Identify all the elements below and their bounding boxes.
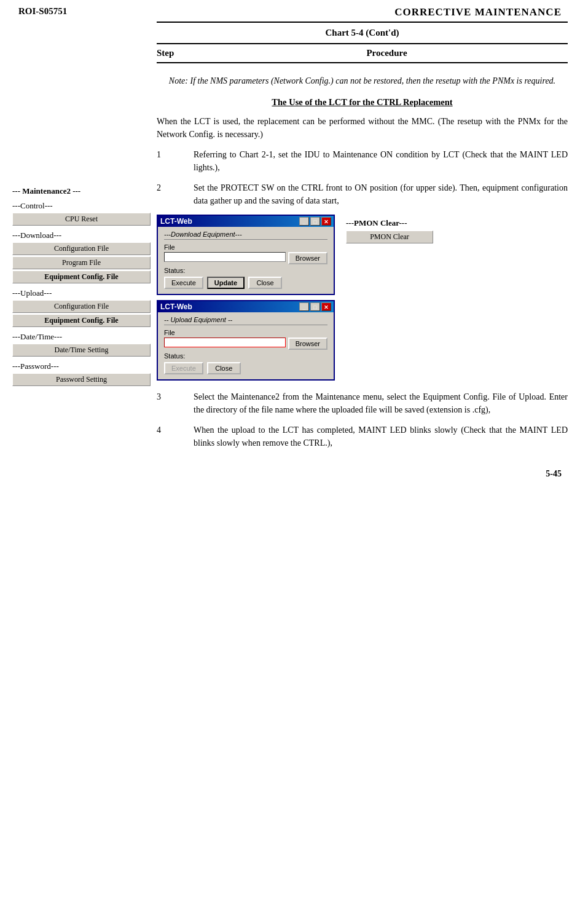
page-number: 5-45 xyxy=(546,469,562,479)
dialog2-close-button[interactable]: Close xyxy=(207,362,241,374)
dialog1-body: ---Download Equipment--- File Browser St… xyxy=(158,227,334,294)
step-number: 3 xyxy=(157,390,194,416)
table-header: Step Procedure xyxy=(157,44,568,63)
step-number: 2 xyxy=(157,181,194,207)
win-controls2: _ □ ✕ xyxy=(299,302,331,311)
dialog1-execute-button[interactable]: Execute xyxy=(164,277,203,289)
password-button[interactable]: Password Setting xyxy=(12,373,151,386)
dialog1-browser-button[interactable]: Browser xyxy=(288,252,327,264)
dialog2-section: -- Upload Equipment -- xyxy=(164,316,327,325)
date-time-label: ---Date/Time--- xyxy=(12,332,151,342)
maximize-button[interactable]: □ xyxy=(310,217,320,226)
program-file-button[interactable]: Program File xyxy=(12,256,151,269)
doc-number: ROI-S05751 xyxy=(18,6,67,18)
note-block: Note: If the NMS parameters (Network Con… xyxy=(163,74,562,87)
table-row: 3 Select the Maintenance2 from the Maint… xyxy=(157,390,568,416)
dialog1-file-input[interactable] xyxy=(164,252,286,262)
dialog1-section: ---Download Equipment--- xyxy=(164,231,327,240)
close-button2[interactable]: ✕ xyxy=(321,302,331,311)
dialog1-file-label: File xyxy=(164,243,327,251)
maximize-button2[interactable]: □ xyxy=(310,302,320,311)
right-content: Note: If the NMS parameters (Network Con… xyxy=(157,63,580,457)
dialog1-titlebar: LCT-Web _ □ ✕ xyxy=(158,216,334,227)
dialog1-title: LCT-Web xyxy=(160,217,192,226)
dialog2-file-input[interactable] xyxy=(164,338,286,347)
step-text: Set the PROTECT SW on the CTRL front to … xyxy=(194,181,568,207)
dialog1-status-label: Status: xyxy=(164,267,327,274)
step-number: 4 xyxy=(157,424,194,449)
table-row: 4 When the upload to the LCT has complet… xyxy=(157,424,568,449)
steps-list: 1 Referring to Chart 2-1, set the IDU to… xyxy=(157,148,568,207)
dialog1-close-button[interactable]: Close xyxy=(248,277,282,289)
minimize-button2[interactable]: _ xyxy=(299,302,309,311)
upload-dialog: LCT-Web _ □ ✕ -- Upload Equipment -- Fil… xyxy=(157,300,335,381)
step-col-header: Step xyxy=(157,48,206,58)
upload-label: ---Upload--- xyxy=(12,288,151,298)
cpu-reset-button[interactable]: CPU Reset xyxy=(12,213,151,226)
steps-list-2: 3 Select the Maintenance2 from the Maint… xyxy=(157,390,568,449)
section-heading: The Use of the LCT for the CTRL Replacem… xyxy=(157,97,568,108)
dialog2-body: -- Upload Equipment -- File Browser Stat… xyxy=(158,312,334,379)
download-dialog: LCT-Web _ □ ✕ ---Download Equipment--- F… xyxy=(157,215,335,295)
control-label: ---Control--- xyxy=(12,201,151,211)
dialog1-update-button[interactable]: Update xyxy=(207,277,245,289)
screenshots-area: LCT-Web _ □ ✕ ---Download Equipment--- F… xyxy=(157,215,568,381)
page-header: ROI-S05751 CORRECTIVE MAINTENANCE xyxy=(0,0,580,22)
date-time-button[interactable]: Date/Time Setting xyxy=(12,344,151,357)
pmon-panel: ---PMON Clear--- PMON Clear xyxy=(341,215,433,245)
page-footer: 5-45 xyxy=(0,457,580,485)
table-row: 1 Referring to Chart 2-1, set the IDU to… xyxy=(157,148,568,174)
win-controls: _ □ ✕ xyxy=(299,217,331,226)
dialogs-container: LCT-Web _ □ ✕ ---Download Equipment--- F… xyxy=(157,215,341,381)
password-label: ---Password--- xyxy=(12,361,151,371)
pmon-label: ---PMON Clear--- xyxy=(346,218,433,228)
minimize-button[interactable]: _ xyxy=(299,217,309,226)
upload-equipment-button[interactable]: Equipment Config. File xyxy=(12,314,151,327)
step-number: 1 xyxy=(157,148,194,174)
equipment-config-button[interactable]: Equipment Config. File xyxy=(12,270,151,283)
pmon-clear-button[interactable]: PMON Clear xyxy=(346,231,433,243)
dialog2-button-row: Execute Close xyxy=(164,362,327,374)
maintenance-label: --- Maintenance2 --- xyxy=(12,186,151,196)
doc-title: CORRECTIVE MAINTENANCE xyxy=(394,6,562,18)
dialog2-file-label: File xyxy=(164,329,327,336)
close-button[interactable]: ✕ xyxy=(321,217,331,226)
table-row: 2 Set the PROTECT SW on the CTRL front t… xyxy=(157,181,568,207)
dialog2-title: LCT-Web xyxy=(160,302,192,311)
left-panel: --- Maintenance2 --- ---Control--- CPU R… xyxy=(0,63,157,457)
dialog2-browser-button[interactable]: Browser xyxy=(288,338,327,350)
dialog2-status-label: Status: xyxy=(164,352,327,360)
dialog2-titlebar: LCT-Web _ □ ✕ xyxy=(158,301,334,312)
procedure-col-header: Procedure xyxy=(206,48,568,58)
step-text: Select the Maintenance2 from the Mainten… xyxy=(194,390,568,416)
upload-config-button[interactable]: Configuration File xyxy=(12,300,151,313)
dialog2-execute-button[interactable]: Execute xyxy=(164,362,203,374)
step-text: When the upload to the LCT has completed… xyxy=(194,424,568,449)
dialog1-button-row: Execute Update Close xyxy=(164,277,327,289)
config-file-button[interactable]: Configuration File xyxy=(12,242,151,255)
main-content: --- Maintenance2 --- ---Control--- CPU R… xyxy=(0,63,580,457)
step-text: Referring to Chart 2-1, set the IDU to M… xyxy=(194,148,568,174)
download-label: ---Download--- xyxy=(12,231,151,240)
chart-title: Chart 5-4 (Cont'd) xyxy=(157,22,568,44)
intro-text: When the LCT is used, the replacement ca… xyxy=(157,115,568,141)
